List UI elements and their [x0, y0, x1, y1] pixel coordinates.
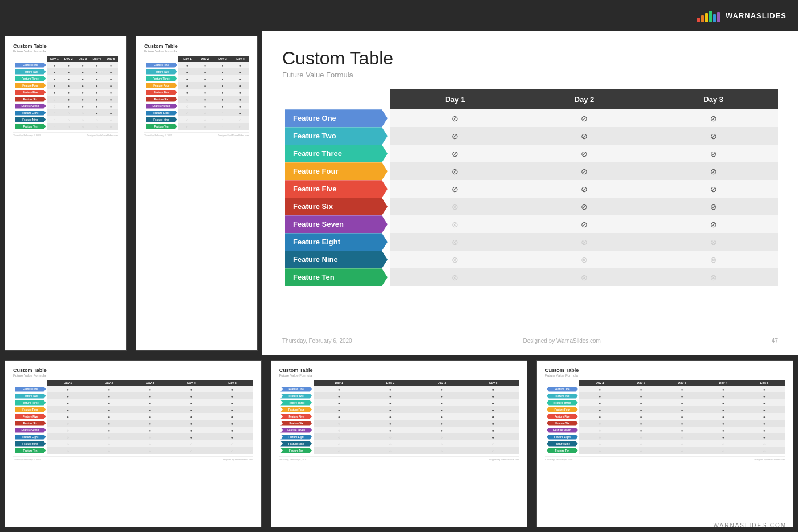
bottom-table-2: Day 1Day 2Day 3Day 4Feature One●●●●Featu…: [279, 380, 519, 454]
thumb2-footer: Thursday, February 6, 2020 Designed by W…: [144, 132, 249, 137]
thumb1-title: Custom Table: [13, 43, 118, 49]
bottom-slide-1: Custom Table Future Value Formula Day 1D…: [5, 360, 262, 527]
thumb1-table: Day 1Day 2Day 3Day 4Day 5Feature One●●●●…: [13, 56, 118, 130]
footer-page: 47: [772, 338, 778, 344]
thumb2-subtitle: Future Value Formula: [144, 50, 249, 53]
bottom-table-3: Day 1Day 2Day 3Day 4Day 5Feature One●●●●…: [545, 380, 785, 454]
thumb2-table: Day 1Day 2Day 3Day 4Feature One●●●●Featu…: [144, 56, 249, 130]
bottom-table-1: Day 1Day 2Day 3Day 4Day 5Feature One●●●●…: [13, 380, 253, 454]
bottom-slide-2: Custom Table Future Value Formula Day 1D…: [271, 360, 528, 527]
thumbnail-slide-1: Custom Table Future Value Formula Day 1D…: [5, 36, 127, 351]
main-table: Day 1Day 2Day 3Feature One⊘⊘⊘Feature Two…: [282, 89, 778, 286]
left-panel: Custom Table Future Value Formula Day 1D…: [0, 31, 262, 355]
thumb2-title: Custom Table: [144, 43, 249, 49]
thumbnail-slide-2: Custom Table Future Value Formula Day 1D…: [136, 36, 258, 351]
main-slide-subtitle: Future Value Formula: [282, 71, 778, 79]
footer-date: Thursday, February 6, 2020: [282, 338, 352, 344]
top-bar: WARNASLIDES: [661, 0, 798, 31]
thumb1-subtitle: Future Value Formula: [13, 50, 118, 53]
bottom-slide-3: Custom Table Future Value Formula Day 1D…: [536, 360, 793, 527]
logo-icon: [697, 10, 720, 22]
thumb1-footer: Thursday, February 6, 2020 Designed by W…: [13, 132, 118, 137]
footer-credit: Designed by WarnaSlides.com: [523, 338, 601, 344]
main-slide-title: Custom Table: [282, 48, 778, 68]
main-slide-footer: Thursday, February 6, 2020 Designed by W…: [282, 333, 778, 344]
website-footer: WARNASLIDES.COM: [713, 522, 787, 529]
main-slide: Custom Table Future Value Formula Day 1D…: [262, 31, 798, 355]
bottom-row: Custom Table Future Value Formula Day 1D…: [0, 355, 798, 532]
brand-name: WARNASLIDES: [726, 11, 787, 20]
